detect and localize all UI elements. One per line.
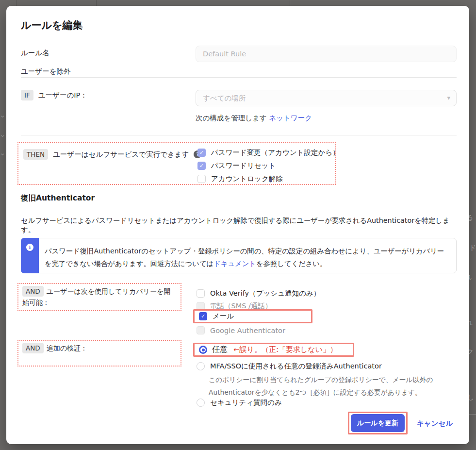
option-label: 任意 [212,345,228,355]
checkbox-unchecked-icon[interactable] [197,175,206,183]
check-icon: ✓ [199,150,204,155]
and-badge: AND [22,343,44,353]
then-section-annotation-box: THEN ユーザーはセルフサービスで実行できます ? ✓ パスワード変更（アカウ… [17,142,336,185]
network-helper-text: 次の構成を管理します ネットワーク [196,114,312,123]
recovery-authenticator-heading: 復旧Authenticator [21,193,95,203]
check-icon: ✓ [199,163,204,168]
optional-option-highlight-box: 任意 ←誤り。（正:「要求しない」） [193,343,354,357]
background-divider [469,414,476,415]
update-rule-button[interactable]: ルールを更新 [351,414,405,432]
check-icon: ✓ [201,314,205,319]
radio-selected-icon[interactable] [199,346,207,354]
chevron-down-icon: ⌄ [0,112,6,119]
and-badge: AND [22,286,44,297]
option-okta-verify[interactable]: Okta Verify（プッシュ通知のみ） [197,289,320,298]
dialog-title: ルールを編集 [21,18,82,32]
and-recovery-annotation-box: ANDユーザーは次を使用してリカバリーを開始可能： [17,283,181,311]
rule-name-label: ルール名 [21,49,49,58]
additional-verification-label: 追加の検証： [47,344,87,352]
divider [21,135,457,135]
self-service-label: ユーザーはセルフサービスで実行できます [53,150,189,159]
chevron-down-icon: ⌄ [0,131,6,138]
exclude-users-label: ユーザーを除外 [21,67,71,76]
caret-down-icon: ▾ [447,94,450,101]
update-button-highlight-box: ルールを更新 [348,412,408,434]
option-label: Google Authenticator [210,327,285,334]
then-badge: THEN [23,149,48,160]
option-password-change[interactable]: ✓ パスワード変更（アカウント設定から） [197,148,340,157]
checkbox-checked-icon[interactable]: ✓ [197,162,206,170]
checkbox-checked-icon[interactable]: ✓ [199,312,207,320]
user-ip-label: ユーザーのIP： [38,91,87,100]
option-google-authenticator: Google Authenticator [197,326,285,334]
radio-unselected-icon[interactable] [197,362,205,370]
option-security-question-only[interactable]: セキュリティ質問のみ [197,398,282,407]
ip-location-select-placeholder: すべての場所 [203,94,246,103]
option-email[interactable]: ✓ メール [199,312,234,321]
checkbox-checked-icon[interactable]: ✓ [197,149,206,157]
divider [21,77,457,78]
helper-prefix: 次の構成を管理します [196,114,269,122]
ip-location-select[interactable]: すべての場所 ▾ [196,90,457,106]
checkbox-unchecked-icon[interactable] [197,289,205,298]
option-label: パスワード変更（アカウント設定から） [211,148,340,157]
documentation-link[interactable]: ドキュメント [213,260,256,267]
option-label: MFA/SSOに使用される任意の登録済みAuthenticator [210,362,382,371]
cancel-link[interactable]: キャンセル [417,419,453,428]
option-label: メール [213,312,234,321]
option-mfa-sso-authenticator[interactable]: MFA/SSOに使用される任意の登録済みAuthenticator [197,362,382,371]
recovery-authenticator-description: セルフサービスによるパスワードリセットまたはアカウントロック解除で復旧する際にユ… [21,216,458,234]
if-badge: IF [21,90,33,100]
email-option-highlight-box: ✓ メール [193,309,312,323]
option-account-unlock[interactable]: アカウントロック解除 [197,174,340,183]
option-label: アカウントロック解除 [211,174,283,183]
info-callout-text: パスワード復旧Authenticatorのセットアップ・登録ポリシーの間の、特定… [45,245,447,270]
mfa-sso-option-description: このポリシーに割り当てられたグループの登録ポリシーで、メール以外のAuthent… [209,373,442,399]
and-additional-verification-annotation-box: AND追加の検証： [17,340,181,367]
info-icon: i [26,244,33,251]
info-text-after: を参照してください。 [256,260,327,267]
option-password-reset[interactable]: ✓ パスワードリセット [197,161,340,170]
edit-rule-dialog: ルールを編集 ルール名 ユーザーを除外 IF ユーザーのIP： すべての場所 ▾… [6,6,469,444]
radio-unselected-icon[interactable] [197,399,205,407]
chevron-down-icon: ⌄ [0,150,6,157]
checkbox-disabled-icon [197,326,205,334]
info-callout-stripe: i [21,238,39,273]
recovery-initiate-label: ユーザーは次を使用してリカバリーを開始可能： [22,287,170,306]
option-label: パスワードリセット [211,161,276,170]
option-label: Okta Verify（プッシュ通知のみ） [210,289,320,298]
info-callout: i パスワード復旧Authenticatorのセットアップ・登録ポリシーの間の、… [21,238,457,273]
rule-name-input[interactable] [196,46,457,62]
network-link[interactable]: ネットワーク [269,114,312,122]
option-label: セキュリティ質問のみ [210,398,282,407]
error-annotation-text: ←誤り。（正:「要求しない」） [233,345,337,354]
